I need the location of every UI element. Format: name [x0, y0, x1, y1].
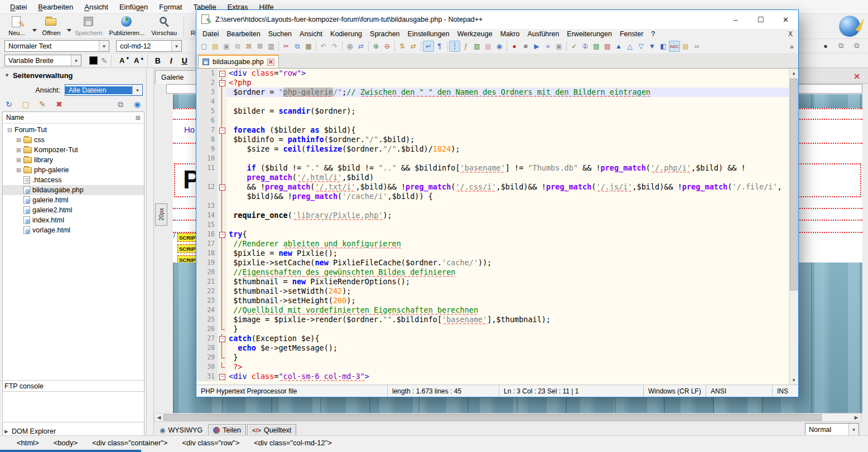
function-list-icon[interactable]: ƒ — [460, 41, 471, 52]
breadcrumb-tag[interactable]: <div class="row"> — [182, 439, 239, 447]
fold-margin[interactable] — [218, 78, 226, 88]
status-encoding[interactable]: ANSI — [706, 385, 773, 397]
document-horizontal-scrollbar[interactable]: ◀ ▶ — [154, 413, 861, 422]
home-link[interactable]: Ho — [184, 125, 195, 134]
mode-tab-teilen[interactable]: Teilen — [208, 424, 246, 436]
unbookmark-lines-icon[interactable]: ▤ — [602, 41, 613, 52]
css-class-combo[interactable]: col-md-12 ▾ — [116, 40, 182, 52]
preview-button[interactable]: Vorschau — [148, 15, 180, 37]
tree-item-bildausgabe-php[interactable]: bildausgabe.php — [3, 185, 144, 195]
npp-menu-fenster[interactable]: Fenster — [616, 30, 647, 38]
npp-menu-werkzeuge[interactable]: Werkzeuge — [454, 30, 496, 38]
fold-margin[interactable] — [218, 135, 226, 144]
editor-vertical-scrollbar[interactable]: ▲ ▼ — [789, 69, 798, 385]
npp-menu-?[interactable]: ? — [647, 30, 659, 38]
fold-margin[interactable] — [218, 296, 226, 305]
fold-margin[interactable] — [218, 315, 226, 324]
fold-margin[interactable] — [218, 230, 226, 239]
fold-margin[interactable] — [218, 286, 226, 296]
macro-run-multiple-icon[interactable]: » — [542, 41, 553, 52]
tree-item-galerie-html[interactable]: galerie.html — [3, 195, 144, 205]
fold-margin[interactable] — [218, 201, 226, 211]
fold-current-icon[interactable]: △ — [624, 41, 635, 52]
code-line-2[interactable]: 2<?php — [196, 78, 798, 88]
tab-bildausgabe-php[interactable]: bildausgabe.php ✕ — [198, 55, 279, 68]
tree-item-galerie2-html[interactable]: galerie2.html — [3, 205, 144, 215]
bold-button[interactable]: B — [151, 55, 165, 66]
tree-item-forum-tut[interactable]: ⊟Forum-Tut — [3, 125, 144, 135]
attachments-icon[interactable]: ∞ — [691, 41, 702, 52]
code-line-27[interactable]: 27catch(Exception $e){ — [196, 334, 798, 343]
code-line-9[interactable]: 9 $size = ceil(filesize($ordner."/".$bil… — [196, 144, 798, 154]
kz-menu-einfügen[interactable]: Einfügen — [114, 1, 153, 13]
column-picker-icon[interactable]: ⊞ — [136, 114, 141, 121]
scroll-down-icon[interactable]: ▼ — [789, 376, 798, 385]
npp-menu-kodierung[interactable]: Kodierung — [326, 30, 366, 38]
code-line-14[interactable]: 14 require_once('library/Pixlie.php'); — [196, 211, 798, 220]
dark-globe-icon[interactable]: ● — [820, 40, 831, 51]
macro-play-icon[interactable]: ▶ — [531, 41, 542, 52]
fold-margin[interactable] — [218, 163, 226, 173]
width-mode-combo[interactable]: Variable Breite ▾ — [4, 55, 81, 66]
script-badge[interactable]: SCRIPT — [177, 244, 199, 253]
new-file-icon[interactable]: ▢ — [199, 41, 210, 52]
code-line-21[interactable]: 21 $thumbnail = new PixlieRenderOptions(… — [196, 277, 798, 286]
publish-site-icon[interactable]: ◉ — [132, 100, 143, 109]
code-line-wrap[interactable]: $bild)&& !preg_match('/cache/i',$bild)) … — [196, 192, 798, 201]
close-all-icon[interactable]: ⊠ — [254, 41, 266, 52]
zoom-in-icon[interactable]: ⊕ — [370, 41, 382, 52]
scroll-left-icon[interactable]: ◀ — [155, 414, 163, 421]
paragraph-format-combo[interactable]: Normaler Text ▾ — [4, 40, 109, 52]
code-line-17[interactable]: 17 //Renderer ableiten und konfigurieren — [196, 239, 798, 249]
bookmark-lines-icon[interactable]: ▤ — [591, 41, 602, 52]
script-badge[interactable]: SCRIPT — [177, 233, 199, 242]
tree-item-php-galerie[interactable]: ⊞php-galerie — [3, 165, 144, 175]
macro-record-icon[interactable]: ● — [509, 41, 520, 52]
fold-margin[interactable] — [218, 343, 226, 353]
publish-button[interactable]: ▲Publizieren... — [106, 15, 148, 37]
undo-icon[interactable]: ↶ — [318, 41, 329, 52]
mode-tab-quelltext[interactable]: </>Quelltext — [247, 424, 296, 436]
fold-margin[interactable] — [218, 88, 226, 97]
paste-icon[interactable]: ▦ — [303, 41, 314, 52]
scroll-up-icon[interactable]: ▲ — [789, 69, 798, 77]
tree-item-css[interactable]: ⊞css — [3, 135, 144, 145]
panel-splitter[interactable] — [147, 68, 154, 435]
macro-save-icon[interactable]: ▣ — [553, 41, 565, 52]
code-line-23[interactable]: 23 $thumbnail->setHeight(200); — [196, 296, 798, 305]
fold-margin[interactable] — [218, 268, 226, 277]
highlight-pencil-icon[interactable]: ✎ — [101, 56, 108, 65]
dropdown-caret-icon[interactable] — [67, 29, 71, 32]
code-line-8[interactable]: 8 $bildinfo = pathinfo($ordner."/".$bild… — [196, 135, 798, 144]
document-switcher-icon[interactable]: ◉ — [494, 41, 505, 52]
delete-icon[interactable]: ✖ — [54, 100, 65, 109]
print-icon[interactable]: ▥ — [266, 41, 277, 52]
zoom-out-icon[interactable]: ⊖ — [382, 41, 393, 52]
code-line-10[interactable]: 10 — [196, 154, 798, 163]
mode-tab-wysiwyg[interactable]: ◉WYSIWYG — [155, 424, 207, 436]
view-filter-combo[interactable]: Alle Dateien ▾ — [65, 84, 143, 96]
fold-margin[interactable] — [218, 173, 226, 182]
code-line-18[interactable]: 18 $pixlie = new Pixlie(); — [196, 249, 798, 258]
larger-font-button[interactable]: A▴ — [129, 55, 144, 66]
code-line-24[interactable]: 24 //Quellbild mit vordefinierten Eigens… — [196, 305, 798, 315]
tree-item-vorlage-html[interactable]: vorlage.html — [3, 225, 144, 235]
site-manager-header[interactable]: ▼ Seitenverwaltung — [0, 68, 146, 82]
npp-menu-sprachen[interactable]: Sprachen — [366, 30, 404, 38]
spell-check-icon[interactable]: ✓ — [568, 41, 580, 52]
fold-margin[interactable] — [218, 372, 226, 381]
word-wrap-icon[interactable]: ↵ — [423, 41, 434, 52]
kz-menu-format[interactable]: Format — [153, 1, 187, 13]
tree-item-index-html[interactable]: index.html — [3, 215, 144, 225]
fold-margin[interactable] — [218, 239, 226, 249]
close-button[interactable]: ✕ — [773, 10, 798, 29]
zoom-combo[interactable]: Normal ▾ — [805, 423, 859, 436]
breadcrumb-tag[interactable]: <html> — [17, 439, 39, 447]
show-all-characters-icon[interactable]: ¶ — [434, 41, 445, 52]
save-file-icon[interactable]: ▣ — [221, 41, 232, 52]
fold-margin[interactable] — [218, 353, 226, 362]
cascade-windows-icon[interactable]: ⧉ — [115, 100, 126, 109]
fold-margin[interactable] — [218, 249, 226, 258]
open-file-icon[interactable]: ▤ — [210, 41, 221, 52]
notepadpp-titlebar[interactable]: ✎ Z:\server\htdocs\Layouts-fuer-kompozer… — [196, 10, 798, 29]
